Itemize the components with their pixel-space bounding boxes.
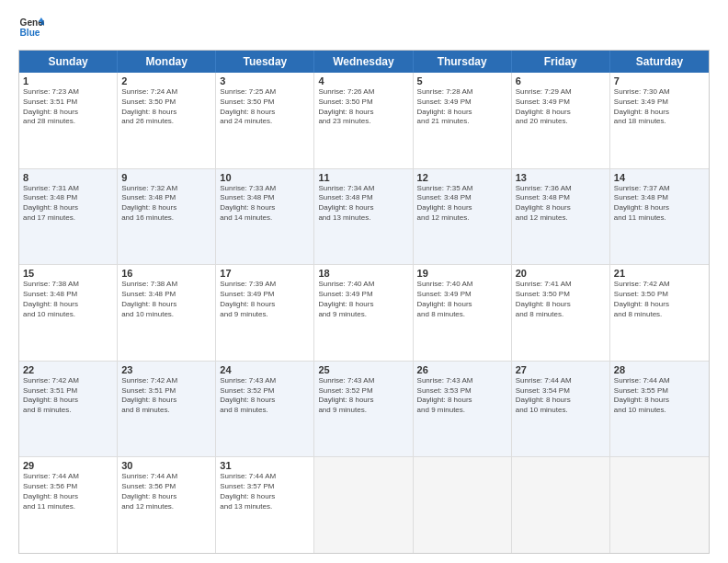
day-number: 17 [220, 268, 310, 279]
header-day: Monday [118, 51, 216, 73]
day-cell: 1Sunrise: 7:23 AMSunset: 3:51 PMDaylight… [19, 73, 118, 168]
day-info: Sunrise: 7:23 AMSunset: 3:51 PMDaylight:… [23, 87, 113, 127]
day-cell: 7Sunrise: 7:30 AMSunset: 3:49 PMDaylight… [610, 73, 709, 168]
day-info: Sunrise: 7:40 AMSunset: 3:49 PMDaylight:… [417, 280, 507, 319]
day-number: 19 [417, 268, 507, 279]
calendar: SundayMondayTuesdayWednesdayThursdayFrid… [18, 50, 710, 554]
calendar-row: 1Sunrise: 7:23 AMSunset: 3:51 PMDaylight… [19, 73, 709, 169]
day-cell: 2Sunrise: 7:24 AMSunset: 3:50 PMDaylight… [118, 73, 216, 168]
day-number: 29 [23, 460, 113, 471]
day-cell: 9Sunrise: 7:32 AMSunset: 3:48 PMDaylight… [118, 169, 216, 265]
day-cell: 27Sunrise: 7:44 AMSunset: 3:54 PMDayligh… [512, 362, 610, 457]
header-day: Wednesday [314, 51, 413, 73]
header-day: Tuesday [216, 51, 314, 73]
day-cell: 24Sunrise: 7:43 AMSunset: 3:52 PMDayligh… [216, 362, 314, 457]
calendar-body: 1Sunrise: 7:23 AMSunset: 3:51 PMDaylight… [19, 73, 709, 553]
day-number: 28 [614, 364, 705, 375]
day-info: Sunrise: 7:44 AMSunset: 3:54 PMDaylight:… [516, 376, 606, 416]
header-day: Friday [512, 51, 610, 73]
day-number: 30 [121, 460, 211, 471]
day-cell: 26Sunrise: 7:43 AMSunset: 3:53 PMDayligh… [414, 362, 512, 457]
day-number: 9 [121, 172, 211, 183]
day-cell: 14Sunrise: 7:37 AMSunset: 3:48 PMDayligh… [610, 169, 709, 265]
header-day: Saturday [610, 51, 709, 73]
day-number: 13 [516, 172, 606, 183]
day-number: 26 [417, 364, 507, 375]
day-cell: 11Sunrise: 7:34 AMSunset: 3:48 PMDayligh… [314, 169, 413, 265]
day-number: 7 [614, 75, 705, 86]
day-cell: 5Sunrise: 7:28 AMSunset: 3:49 PMDaylight… [414, 73, 512, 168]
day-info: Sunrise: 7:41 AMSunset: 3:50 PMDaylight:… [516, 280, 606, 319]
day-number: 15 [23, 268, 113, 279]
day-info: Sunrise: 7:38 AMSunset: 3:48 PMDaylight:… [23, 280, 113, 319]
day-number: 31 [220, 460, 310, 471]
day-number: 18 [318, 268, 408, 279]
day-cell: 29Sunrise: 7:44 AMSunset: 3:56 PMDayligh… [19, 457, 118, 553]
day-number: 21 [614, 268, 705, 279]
empty-cell [414, 457, 512, 553]
day-info: Sunrise: 7:30 AMSunset: 3:49 PMDaylight:… [614, 87, 705, 127]
day-number: 8 [23, 172, 113, 183]
day-number: 2 [121, 75, 211, 86]
day-info: Sunrise: 7:35 AMSunset: 3:48 PMDaylight:… [417, 184, 507, 224]
day-info: Sunrise: 7:44 AMSunset: 3:55 PMDaylight:… [614, 376, 705, 416]
day-info: Sunrise: 7:42 AMSunset: 3:50 PMDaylight:… [614, 280, 705, 319]
day-number: 10 [220, 172, 310, 183]
day-cell: 12Sunrise: 7:35 AMSunset: 3:48 PMDayligh… [414, 169, 512, 265]
day-number: 5 [417, 75, 507, 86]
day-cell: 15Sunrise: 7:38 AMSunset: 3:48 PMDayligh… [19, 265, 118, 361]
day-info: Sunrise: 7:43 AMSunset: 3:53 PMDaylight:… [417, 376, 507, 416]
calendar-header: SundayMondayTuesdayWednesdayThursdayFrid… [19, 51, 709, 73]
day-number: 16 [121, 268, 211, 279]
day-info: Sunrise: 7:31 AMSunset: 3:48 PMDaylight:… [23, 184, 113, 224]
day-info: Sunrise: 7:39 AMSunset: 3:49 PMDaylight:… [220, 280, 310, 319]
day-cell: 8Sunrise: 7:31 AMSunset: 3:48 PMDaylight… [19, 169, 118, 265]
day-cell: 19Sunrise: 7:40 AMSunset: 3:49 PMDayligh… [414, 265, 512, 361]
day-info: Sunrise: 7:42 AMSunset: 3:51 PMDaylight:… [23, 376, 113, 416]
day-number: 24 [220, 364, 310, 375]
day-info: Sunrise: 7:36 AMSunset: 3:48 PMDaylight:… [516, 184, 606, 224]
day-number: 12 [417, 172, 507, 183]
day-info: Sunrise: 7:38 AMSunset: 3:48 PMDaylight:… [121, 280, 211, 319]
header-day: Thursday [414, 51, 512, 73]
empty-cell [610, 457, 709, 553]
calendar-row: 29Sunrise: 7:44 AMSunset: 3:56 PMDayligh… [19, 457, 709, 553]
day-number: 4 [318, 75, 408, 86]
day-cell: 22Sunrise: 7:42 AMSunset: 3:51 PMDayligh… [19, 362, 118, 457]
day-info: Sunrise: 7:44 AMSunset: 3:56 PMDaylight:… [121, 472, 211, 511]
calendar-row: 8Sunrise: 7:31 AMSunset: 3:48 PMDaylight… [19, 169, 709, 266]
day-cell: 18Sunrise: 7:40 AMSunset: 3:49 PMDayligh… [314, 265, 413, 361]
logo: General Blue [18, 15, 44, 40]
day-info: Sunrise: 7:28 AMSunset: 3:49 PMDaylight:… [417, 87, 507, 127]
day-cell: 3Sunrise: 7:25 AMSunset: 3:50 PMDaylight… [216, 73, 314, 168]
day-info: Sunrise: 7:42 AMSunset: 3:51 PMDaylight:… [121, 376, 211, 416]
day-cell: 16Sunrise: 7:38 AMSunset: 3:48 PMDayligh… [118, 265, 216, 361]
day-info: Sunrise: 7:34 AMSunset: 3:48 PMDaylight:… [318, 184, 408, 224]
empty-cell [314, 457, 413, 553]
day-cell: 17Sunrise: 7:39 AMSunset: 3:49 PMDayligh… [216, 265, 314, 361]
day-number: 27 [516, 364, 606, 375]
day-number: 3 [220, 75, 310, 86]
day-info: Sunrise: 7:29 AMSunset: 3:49 PMDaylight:… [516, 87, 606, 127]
day-number: 14 [614, 172, 705, 183]
day-number: 1 [23, 75, 113, 86]
day-cell: 4Sunrise: 7:26 AMSunset: 3:50 PMDaylight… [314, 73, 413, 168]
empty-cell [512, 457, 610, 553]
day-number: 6 [516, 75, 606, 86]
day-cell: 23Sunrise: 7:42 AMSunset: 3:51 PMDayligh… [118, 362, 216, 457]
calendar-row: 15Sunrise: 7:38 AMSunset: 3:48 PMDayligh… [19, 265, 709, 362]
day-cell: 13Sunrise: 7:36 AMSunset: 3:48 PMDayligh… [512, 169, 610, 265]
day-info: Sunrise: 7:32 AMSunset: 3:48 PMDaylight:… [121, 184, 211, 224]
day-info: Sunrise: 7:44 AMSunset: 3:56 PMDaylight:… [23, 472, 113, 511]
day-info: Sunrise: 7:43 AMSunset: 3:52 PMDaylight:… [220, 376, 310, 416]
day-info: Sunrise: 7:43 AMSunset: 3:52 PMDaylight:… [318, 376, 408, 416]
day-cell: 10Sunrise: 7:33 AMSunset: 3:48 PMDayligh… [216, 169, 314, 265]
day-number: 11 [318, 172, 408, 183]
day-cell: 21Sunrise: 7:42 AMSunset: 3:50 PMDayligh… [610, 265, 709, 361]
day-info: Sunrise: 7:33 AMSunset: 3:48 PMDaylight:… [220, 184, 310, 224]
header: General Blue [18, 15, 710, 40]
logo-icon: General Blue [18, 15, 44, 40]
day-number: 22 [23, 364, 113, 375]
calendar-row: 22Sunrise: 7:42 AMSunset: 3:51 PMDayligh… [19, 362, 709, 458]
svg-text:Blue: Blue [20, 28, 40, 38]
